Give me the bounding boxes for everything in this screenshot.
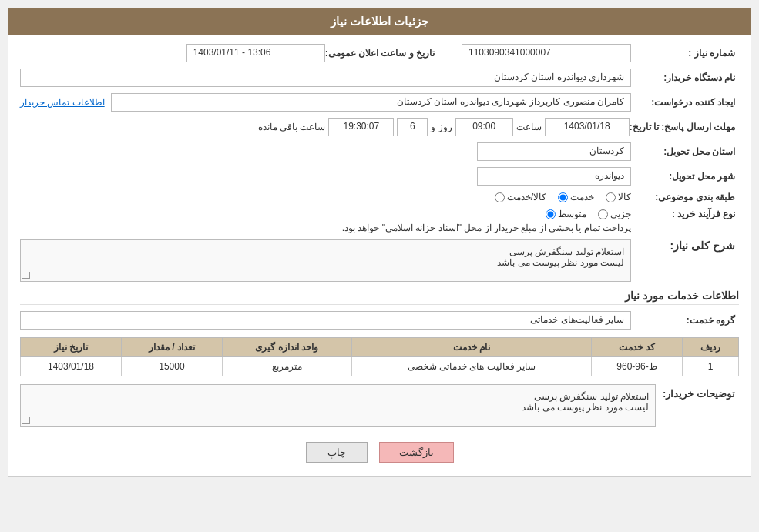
deadline-days: 6 [397,118,428,136]
deadline-date: 1403/01/18 [545,118,630,136]
general-desc-title: شرح کلی نیاز: [631,239,739,252]
col-qty: تعداد / مقدار [121,338,222,357]
purchase-type-motavasset[interactable]: متوسط [546,209,586,219]
general-desc-line2: لیست مورد نظر پیوست می باشد [27,257,624,268]
category-kala-khedmat-radio[interactable] [495,192,505,202]
table-cell-code: ط-96-960 [592,357,683,376]
purchase-type-motavasset-radio[interactable] [546,209,556,219]
category-khedmat-radio[interactable] [558,192,568,202]
buyer-org-value: شهرداری دیواندره استان کردستان [20,69,631,87]
buyer-desc-label: توضیحات خریدار: [662,384,739,400]
print-button[interactable]: چاپ [306,442,368,463]
buyer-org-label: نام دستگاه خریدار: [631,72,739,83]
province-value: کردستان [477,142,631,161]
category-label: طبقه بندی موضوعی: [631,192,739,202]
service-info-title: اطلاعات خدمات مورد نیاز [20,289,739,305]
purchase-type-jozyi-label: جزیی [610,209,631,219]
general-desc-box: استعلام تولید سنگفرش پرسی لیست مورد نظر … [20,239,631,282]
col-code: کد خدمت [592,338,683,357]
resize-handle[interactable] [22,272,30,279]
service-group-value: سایر فعالیت‌های خدماتی [20,311,631,330]
deadline-time-label: ساعت [516,122,542,132]
general-desc-line1: استعلام تولید سنگفرش پرسی [27,246,624,257]
need-number-label: شماره نیاز : [631,48,739,59]
col-name: نام خدمت [351,338,592,357]
category-kala-label: کالا [618,192,631,202]
table-cell-quantity: 15000 [121,357,222,376]
back-button[interactable]: بازگشت [379,442,454,463]
service-group-label: گروه خدمت: [631,315,739,326]
category-option-kala-khedmat[interactable]: کالا/خدمت [495,192,546,202]
creator-label: ایجاد کننده درخواست: [631,97,739,108]
category-radio-group: کالا خدمت کالا/خدمت [495,192,631,202]
table-cell-date: 1403/01/18 [21,357,122,376]
buyer-desc-box: استعلام تولید سنگفرش پرسی لیست مورد نظر … [20,384,656,427]
category-khedmat-label: خدمت [570,192,594,202]
buyer-resize-handle[interactable] [22,417,30,424]
panel-title: جزئیات اطلاعات نیاز [8,8,751,35]
col-date: تاریخ نیاز [21,338,122,357]
purchase-type-jozyi-radio[interactable] [598,209,608,219]
deadline-remain-label: ساعت باقی مانده [258,122,326,132]
purchase-type-motavasset-label: متوسط [558,209,586,219]
deadline-days-label: روز و [431,122,452,132]
col-row: ردیف [682,338,738,357]
deadline-label: مهلت ارسال پاسخ: تا تاریخ: [630,122,739,132]
table-row: 1ط-96-960سایر فعالیت های خدماتی شخصیمترم… [21,357,739,376]
creator-value: کامران منصوری کاربرداز شهرداری دیواندره … [111,93,631,112]
category-kala-radio[interactable] [606,192,616,202]
footer-buttons: بازگشت چاپ [20,434,739,467]
purchase-type-label: نوع فرآیند خرید : [631,209,739,219]
category-option-kala[interactable]: کالا [606,192,631,202]
deadline-time: 09:00 [455,118,513,136]
city-value: دیواندره [477,167,631,186]
contact-link[interactable]: اطلاعات تماس خریدار [20,97,105,108]
buyer-desc-line1: استعلام تولید سنگفرش پرسی [27,391,649,402]
city-label: شهر محل تحویل: [631,171,739,182]
deadline-remain: 19:30:07 [328,118,394,136]
services-table: ردیف کد خدمت نام خدمت واحد اندازه گیری ت… [20,337,739,376]
announce-value: 1403/01/11 - 13:06 [186,44,325,62]
province-label: استان محل تحویل: [631,146,739,157]
need-number-value: 1103090341000007 [462,44,631,62]
announce-label: تاریخ و ساعت اعلان عمومی: [325,48,438,59]
category-option-khedmat[interactable]: خدمت [558,192,594,202]
buyer-desc-line2: لیست مورد نظر پیوست می باشد [27,402,649,413]
table-cell-unit: مترمربع [222,357,351,376]
table-cell-row: 1 [682,357,738,376]
col-unit: واحد اندازه گیری [222,338,351,357]
category-kala-khedmat-label: کالا/خدمت [507,192,546,202]
purchase-type-desc: پرداخت تمام یا بخشی از مبلغ خریدار از مح… [20,223,631,233]
table-cell-name: سایر فعالیت های خدماتی شخصی [351,357,592,376]
purchase-type-jozyi[interactable]: جزیی [598,209,631,219]
